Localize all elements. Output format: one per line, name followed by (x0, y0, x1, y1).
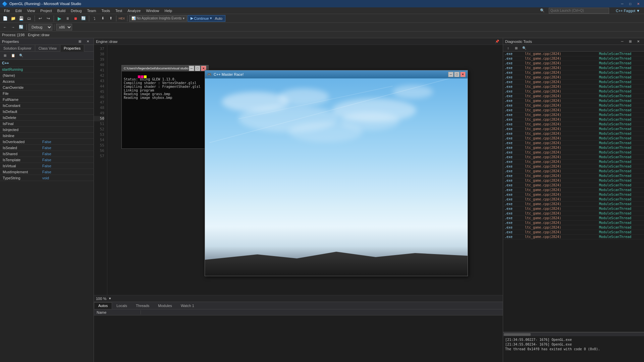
window-title: OpenGL (Running) - Microsoft Visual Stud… (9, 2, 81, 6)
menu-team[interactable]: Team (85, 7, 99, 14)
prop-row-access: Access (0, 78, 94, 84)
menu-edit[interactable]: Edit (13, 7, 24, 14)
tab-autos[interactable]: Autos (94, 302, 112, 309)
console-max-btn[interactable]: □ (195, 66, 200, 71)
pause-btn[interactable]: ⏸ (64, 15, 71, 22)
auto-label: Auto (215, 16, 223, 20)
game-canvas (205, 78, 468, 276)
ai-dropdown-icon: ▾ (183, 16, 184, 20)
save-btn[interactable]: 💾 (17, 15, 25, 22)
autos-col-name: Name (94, 310, 141, 314)
stop-btn[interactable]: ⏹ (72, 15, 79, 22)
game-close-btn[interactable]: ✕ (460, 72, 466, 77)
diag-row: .exeltc_game.cpp(2824)ModuleScanThread (503, 141, 644, 145)
tab-watch1[interactable]: Watch 1 (176, 302, 199, 309)
prop-toolbar-btn2[interactable]: 📋 (9, 52, 17, 59)
hex-btn[interactable]: HEX (118, 15, 125, 22)
menu-build[interactable]: Build (55, 7, 68, 14)
line-51: 51 (94, 121, 104, 127)
diagnostic-title: Diagnostic Tools (505, 40, 532, 44)
tab-class-view[interactable]: Class View (35, 45, 60, 52)
properties-tabs: Solution Explorer Class View Properties (0, 45, 94, 52)
diag-btn3[interactable]: ✕ (635, 38, 642, 45)
minimize-button[interactable]: ─ (619, 0, 626, 7)
prop-row-isoverloaded: IsOverloaded False (0, 139, 94, 145)
prop-row-file: File (0, 90, 94, 97)
ai-events-btn[interactable]: 📊 No Application Insights Events ▾ (129, 15, 187, 22)
new-project-btn[interactable]: 📄 (1, 15, 9, 22)
line-37: 37 (94, 46, 104, 52)
console-min-btn[interactable]: ─ (189, 66, 194, 71)
console-path: C:\Users\VliegendeGeit\documents\visual … (124, 67, 189, 70)
undo-btn[interactable]: ↩ (37, 15, 44, 22)
continue-dropdown: ▾ (210, 16, 212, 20)
diag-row: .exeltc_game.cpp(2824)ModuleScanThread (503, 225, 644, 230)
debug-config-select[interactable]: Debug Release (29, 24, 52, 31)
properties-close-btn[interactable]: ✕ (84, 38, 92, 45)
menu-analyze[interactable]: Analyze (125, 7, 143, 14)
forward-btn[interactable]: → (9, 23, 17, 31)
prop-start-running: startRunning (0, 67, 94, 72)
prop-toolbar-btn3[interactable]: 🔍 (17, 52, 25, 59)
sep1 (35, 15, 35, 21)
game-min-btn[interactable]: ─ (448, 72, 453, 77)
prop-category: C++ (0, 60, 94, 67)
tab-threads[interactable]: Threads (131, 302, 154, 309)
tab-locals[interactable]: Locals (112, 302, 131, 309)
menu-tools[interactable]: Tools (99, 7, 113, 14)
sep3 (89, 15, 89, 21)
debug-start-btn[interactable]: ▶ (56, 15, 63, 22)
diag-row: .exeltc_game.cpp(2824)ModuleScanThread (503, 117, 644, 122)
maximize-button[interactable]: □ (627, 0, 634, 7)
redo-btn[interactable]: ↪ (45, 15, 52, 22)
menu-window[interactable]: Window (143, 7, 162, 14)
line-39: 39 (94, 57, 104, 62)
step-over-btn[interactable]: ⤵ (91, 15, 98, 22)
prop-row-mustimplement: MustImplement False (0, 169, 94, 175)
menu-test[interactable]: Test (113, 7, 125, 14)
diag-toolbar-btn2[interactable]: ⊞ (513, 45, 520, 52)
menu-help[interactable]: Help (162, 7, 175, 14)
close-button[interactable]: ✕ (635, 0, 642, 7)
tab-modules[interactable]: Modules (154, 302, 176, 309)
output-panel: [21:34:55.00227- 1676] OpenGL.exe [21:34… (503, 332, 644, 362)
prop-toolbar-btn1[interactable]: ⊞ (1, 52, 9, 59)
sep7 (54, 24, 54, 30)
restart-btn[interactable]: 🔄 (80, 15, 87, 22)
tab-solution-explorer[interactable]: Solution Explorer (0, 45, 35, 52)
menu-view[interactable]: View (24, 7, 38, 14)
save-all-btn[interactable]: 🗂 (25, 15, 33, 22)
diag-toolbar-btn1[interactable]: ↕ (504, 45, 512, 52)
properties-dock-btn[interactable]: ⊞ (76, 38, 84, 45)
step-into-btn[interactable]: ⬇ (99, 15, 106, 22)
line-48: 48 (94, 105, 104, 111)
refresh-btn[interactable]: 🔄 (17, 23, 25, 31)
diag-btn2[interactable]: ⊞ (627, 38, 634, 45)
diag-row: .exeltc_game.cpp(2824)ModuleScanThread (503, 113, 644, 117)
quick-launch-input[interactable] (549, 8, 609, 14)
sep4 (116, 15, 116, 21)
diag-row: .exeltc_game.cpp(2824)ModuleScanThread (503, 127, 644, 131)
tab-properties[interactable]: Properties (60, 45, 84, 52)
menu-project[interactable]: Project (38, 7, 54, 14)
editor-pin-btn[interactable]: 📌 (493, 38, 501, 45)
diag-row: .exeltc_game.cpp(2824)ModuleScanThread (503, 206, 644, 211)
zoom-dropdown[interactable]: ▾ (109, 296, 111, 301)
menu-file[interactable]: File (1, 7, 13, 14)
hscroll-bar[interactable] (503, 332, 644, 336)
properties-header: Properties ⊞ ✕ (0, 38, 94, 45)
diag-btn1[interactable]: ─ (619, 38, 626, 45)
properties-title: Properties (2, 40, 19, 44)
game-title-text: C++ Master Race! (214, 72, 244, 76)
game-max-btn[interactable]: □ (454, 72, 460, 77)
diag-row: .exeltc_game.cpp(2824)ModuleScanThread (503, 188, 644, 192)
back-btn[interactable]: ← (1, 23, 9, 31)
prop-row-isdelete: IsDelete (0, 115, 94, 121)
open-btn[interactable]: 📁 (9, 15, 17, 22)
diag-toolbar-btn3[interactable]: 🔍 (521, 45, 528, 52)
continue-btn[interactable]: ▶ Continue ▾ Auto (187, 15, 226, 22)
platform-select[interactable]: x86 x64 (56, 24, 72, 31)
output-line-3: The thread 0x14f0 has exited with code 0… (505, 347, 642, 352)
menu-debug[interactable]: Debug (68, 7, 84, 14)
step-out-btn[interactable]: ⬆ (107, 15, 114, 22)
